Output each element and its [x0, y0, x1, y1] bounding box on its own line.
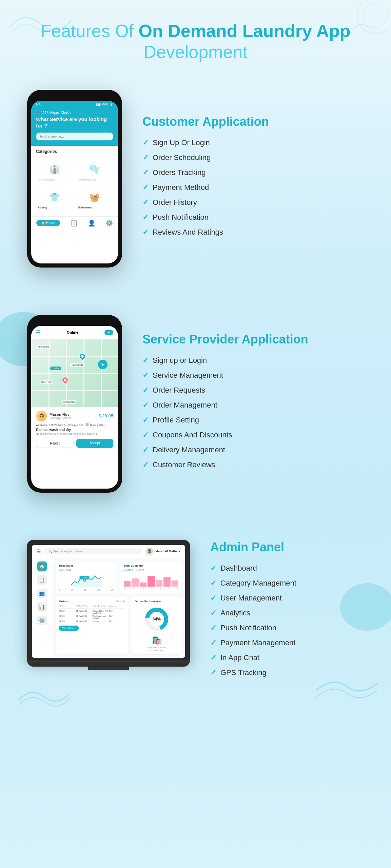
sp-feature-profile: ✓ Profile Setting [142, 416, 364, 425]
customer-feature-list: ✓ Sign Up Or Login ✓ Order Scheduling ✓ … [142, 138, 364, 237]
sidebar-users-icon[interactable]: 👥 [37, 589, 47, 598]
sidebar-home-icon[interactable]: 🏠 [37, 561, 47, 571]
phone-categories: Categories 👔 Dry Cleaning 🫧 Washing Only… [31, 146, 118, 214]
sp-provider-info: 👨 Mason Roy Laundry Service $ 29.05 [36, 411, 113, 421]
dash-username: Marshall Mathers [155, 550, 180, 553]
admin-feature-label-user-mgmt: User Management [220, 594, 282, 603]
nav-home[interactable]: 🏠 Home [36, 220, 60, 226]
categories-grid: 👔 Dry Cleaning 🫧 Washing Only 👕 Ironing [36, 157, 113, 210]
sp-feature-order-requests: ✓ Order Requests [142, 386, 364, 395]
admin-feature-analytics: ✓ Analytics [210, 609, 364, 617]
category-ironing[interactable]: 👕 Ironing [36, 185, 73, 210]
admin-feature-label-in-app-chat: In App Chat [220, 653, 259, 662]
total-customer-title: Total Customer [124, 564, 178, 567]
battery-icon: 🔋 [110, 103, 113, 106]
dashboard-sidebar: 🏠 📋 👥 📊 ⚙️ [32, 558, 52, 658]
customer-phone-screen: 9:41 ▮▮▮ WiFi 🔋 📍 1216 Mirpur, Dhaka Wha… [31, 101, 118, 263]
dashboard-body: 🏠 📋 👥 📊 ⚙️ Daily Sales [32, 558, 185, 658]
feature-payment-method: ✓ Payment Method [142, 183, 364, 192]
washing-label: Washing Only [78, 178, 96, 181]
sp-feature-list: ✓ Sign up or Login ✓ Service Management … [142, 356, 364, 469]
laptop-screen: ☰ 🔍 Search anything here... 👤 Marshall M… [32, 545, 185, 658]
svg-point-4 [84, 579, 86, 581]
feature-signup: ✓ Sign Up Or Login [142, 138, 364, 147]
admin-check-8: ✓ [210, 668, 216, 677]
reject-button[interactable]: Reject [36, 439, 74, 448]
total-customer-chart [124, 573, 178, 587]
categories-title: Categories [36, 149, 113, 154]
admin-feature-label-push-notification: Push Notification [220, 624, 276, 632]
sp-check-5: ✓ [142, 416, 149, 425]
admin-feature-list: ✓ Dashboard ✓ Category Management ✓ User… [210, 564, 364, 677]
phone-headline: What Service are you looking for ? [36, 116, 113, 129]
divider-1 [0, 281, 391, 301]
status-time: 9:41 [36, 103, 42, 106]
daily-sales-title: Daily Sales [59, 564, 114, 567]
sp-feature-label-profile: Profile Setting [153, 416, 199, 425]
dash-user-info: 👤 Marshall Mathers [146, 548, 180, 555]
category-stain[interactable]: 🧺 Stain wash [76, 185, 113, 210]
sp-feature-service-mgmt: ✓ Service Management [142, 371, 364, 380]
phone-search-bar: Find a service... [36, 133, 113, 140]
admin-feature-label-dashboard: Dashboard [220, 564, 257, 573]
orders-finished-label: 44 orders finished [135, 646, 178, 649]
action-button-wrapper: View Orders [59, 624, 124, 631]
orders-left-label: 26 orders left [135, 649, 178, 652]
view-orders-button[interactable]: View Orders [59, 626, 79, 631]
sp-check-2: ✓ [142, 371, 149, 380]
dashboard-search[interactable]: 🔍 Search anything here... [44, 548, 142, 554]
nav-settings[interactable]: ⚙️ [105, 219, 113, 227]
admin-check-4: ✓ [210, 609, 216, 617]
sp-feature-label-coupons: Coupons And Discounts [153, 431, 232, 439]
customer-axis: MTWTFSS [124, 587, 178, 590]
sidebar-settings-icon[interactable]: ⚙️ [37, 616, 47, 625]
sidebar-orders-icon[interactable]: 📋 [37, 575, 47, 585]
feature-label-reviews-ratings: Reviews And Ratings [153, 228, 223, 237]
sp-app-title: Service Provider Application [142, 332, 364, 347]
phone-status-bar: 9:41 ▮▮▮ WiFi 🔋 [31, 101, 118, 107]
feature-label-payment-method: Payment Method [153, 183, 209, 192]
sp-action-buttons: Reject Accept [36, 439, 113, 448]
category-washing[interactable]: 🫧 Washing Only [76, 157, 113, 182]
sp-feature-label-signup: Sign up or Login [153, 356, 207, 365]
see-all-link[interactable]: See all [116, 600, 124, 603]
laptop-base [27, 660, 190, 667]
provider-name: Mason Roy [50, 412, 72, 416]
total-customer-card: Total Customer ● Online ● Offline [120, 561, 182, 594]
category-dry-cleaning[interactable]: 👔 Dry Cleaning [36, 157, 73, 182]
customer-phone-mockup: 9:41 ▮▮▮ WiFi 🔋 📍 1216 Mirpur, Dhaka Wha… [27, 90, 122, 268]
feature-push-notification: ✓ Push Notification [142, 213, 364, 222]
customer-app-features: Customer Application ✓ Sign Up Or Login … [142, 115, 364, 243]
admin-feature-label-analytics: Analytics [220, 609, 250, 617]
shopping-bag-icon: 🛍️ [135, 635, 178, 645]
customer-app-title: Customer Application [142, 115, 364, 129]
admin-check-1: ✓ [210, 564, 216, 573]
sidebar-analytics-icon[interactable]: 📊 [37, 602, 47, 612]
phone-location: 📍 1216 Mirpur, Dhaka [36, 111, 113, 115]
sp-app-features: Service Provider Application ✓ Sign up o… [142, 332, 364, 475]
bottom-row: Orders See all #OrderWritten WorkTurns B… [56, 597, 182, 654]
phone-notch [61, 94, 88, 101]
check-icon-2: ✓ [142, 153, 149, 162]
order-row-2: #276302 Jan 2021Wash and iron clothes$12 [59, 615, 124, 619]
order-price: $ 29.05 [99, 413, 113, 418]
route-svg [31, 339, 118, 407]
check-icon-6: ✓ [142, 213, 149, 222]
sp-online-toggle[interactable]: ● [104, 330, 113, 335]
daily-sales-sub: Last 7 days [59, 569, 114, 571]
sp-phone-mockup: ☰ Online ● [27, 315, 122, 493]
accept-button[interactable]: Accept [76, 439, 113, 448]
nav-orders[interactable]: 📋 [70, 219, 78, 227]
daily-sales-axis: 18152229 [59, 589, 114, 591]
admin-feature-in-app-chat: ✓ In App Chat [210, 653, 364, 662]
sp-check-3: ✓ [142, 386, 149, 395]
admin-feature-push-notification: ✓ Push Notification [210, 624, 364, 632]
check-icon-4: ✓ [142, 183, 149, 192]
donut-label: 64% [153, 617, 161, 622]
dash-avatar: 👤 [146, 548, 153, 555]
nav-profile[interactable]: 👤 [88, 219, 95, 227]
order-row-3: #276403 Jan 2021Ironing$8 [59, 620, 124, 622]
map-label-4: Simonkalta [62, 400, 76, 404]
sp-phone-screen: ☰ Online ● [31, 326, 118, 489]
sp-check-6: ✓ [142, 431, 149, 439]
